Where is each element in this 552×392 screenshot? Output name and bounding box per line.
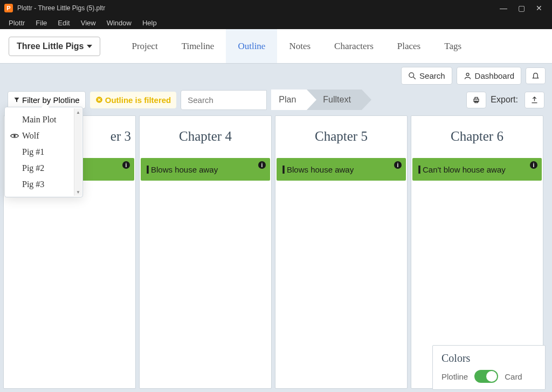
info-icon[interactable]: i <box>122 161 130 169</box>
menu-help[interactable]: Help <box>137 19 162 27</box>
export-label: Export: <box>491 95 518 105</box>
drag-handle-icon[interactable]: || <box>418 164 419 174</box>
svg-rect-5 <box>475 97 478 99</box>
view-plan[interactable]: Plan <box>271 90 307 110</box>
info-icon[interactable]: i <box>258 161 266 169</box>
maximize-button[interactable]: ▢ <box>518 4 525 12</box>
menu-view[interactable]: View <box>75 19 101 27</box>
search-button[interactable]: Search <box>401 67 452 85</box>
filter-popover: Main Plot Wolf Pig #1 Pig #2 Pig #3 ▲ ▼ <box>4 107 83 197</box>
scroll-up-icon[interactable]: ▲ <box>74 108 82 116</box>
filter-option-pig1[interactable]: Pig #1 <box>5 144 82 160</box>
tab-project[interactable]: Project <box>120 29 169 63</box>
tab-places[interactable]: Places <box>385 29 432 63</box>
filter-option-main-plot[interactable]: Main Plot <box>5 112 82 128</box>
tab-characters[interactable]: Characters <box>322 29 385 63</box>
topbar: Three Little Pigs Project Timeline Outli… <box>0 29 552 64</box>
drag-handle-icon[interactable]: || <box>282 164 284 174</box>
tab-outline[interactable]: Outline <box>226 29 277 63</box>
user-icon <box>464 72 472 80</box>
print-icon <box>472 96 480 104</box>
chapter-heading: Chapter 5 <box>275 116 407 157</box>
tab-tags[interactable]: Tags <box>432 29 473 63</box>
toggle-left-label: Plotline <box>441 372 468 381</box>
filter-option-label: Wolf <box>22 131 39 141</box>
info-icon[interactable]: i <box>394 161 402 169</box>
notifications-button[interactable] <box>526 67 546 84</box>
caret-down-icon <box>87 45 92 48</box>
toggle-right-label: Card <box>505 372 522 381</box>
svg-point-7 <box>13 135 16 137</box>
upload-icon <box>530 96 539 104</box>
chapter-column: Chapter 5 || Blows house away i <box>275 115 408 389</box>
tab-notes[interactable]: Notes <box>277 29 322 63</box>
chapter-heading: Chapter 4 <box>140 116 271 157</box>
svg-point-0 <box>409 72 414 77</box>
header-actions: Search Dashboard <box>0 64 552 87</box>
chapter-column: Chapter 4 || Blows house away i <box>139 115 272 389</box>
book-selector[interactable]: Three Little Pigs <box>9 37 100 56</box>
filter-option-wolf[interactable]: Wolf <box>5 128 82 144</box>
menu-window[interactable]: Window <box>101 19 137 27</box>
menubar: Plottr File Edit View Window Help <box>0 16 552 29</box>
svg-point-2 <box>466 73 469 75</box>
window-titlebar: P Plottr - Three Little Pigs (5).pltr — … <box>0 0 552 16</box>
book-selector-label: Three Little Pigs <box>17 42 84 51</box>
colors-toggle[interactable] <box>474 370 498 383</box>
export-button[interactable] <box>525 92 544 108</box>
scene-card[interactable]: || Blows house away i <box>277 158 406 181</box>
drag-handle-icon[interactable]: || <box>146 164 148 174</box>
scene-card[interactable]: || Blows house away i <box>141 158 270 181</box>
nav-tabs: Project Timeline Outline Notes Character… <box>120 29 473 63</box>
menu-file[interactable]: File <box>30 19 52 27</box>
popover-scrollbar[interactable]: ▲ ▼ <box>74 108 82 196</box>
tab-timeline[interactable]: Timeline <box>170 29 226 63</box>
print-button[interactable] <box>466 92 486 108</box>
scene-card-title: Blows house away <box>287 165 354 174</box>
menu-edit[interactable]: Edit <box>52 19 75 27</box>
scene-card-title: Can't blow house away <box>423 165 506 174</box>
search-button-label: Search <box>419 71 445 80</box>
colors-panel: Colors Plotline Card <box>432 345 546 390</box>
info-icon[interactable]: i <box>530 161 537 169</box>
bell-icon <box>532 72 540 80</box>
search-icon <box>408 72 416 80</box>
scroll-down-icon[interactable]: ▼ <box>74 188 82 196</box>
colors-heading: Colors <box>441 352 536 365</box>
scene-card-title: Blows house away <box>151 165 218 174</box>
view-toggle: Plan Fulltext <box>271 90 362 110</box>
filter-icon <box>13 97 20 103</box>
eye-icon <box>10 133 19 139</box>
filtered-indicator: Outline is filtered <box>90 92 177 108</box>
close-circle-icon[interactable] <box>95 96 103 104</box>
dashboard-button-label: Dashboard <box>475 71 514 80</box>
chapter-heading: Chapter 6 <box>411 116 543 157</box>
dashboard-button[interactable]: Dashboard <box>457 67 521 85</box>
filtered-indicator-label: Outline is filtered <box>105 95 171 105</box>
window-title: Plottr - Three Little Pigs (5).pltr <box>17 4 490 12</box>
search-input[interactable] <box>181 90 267 110</box>
filter-option-pig2[interactable]: Pig #2 <box>5 160 82 176</box>
svg-line-1 <box>413 77 415 79</box>
app-icon: P <box>4 4 13 12</box>
minimize-button[interactable]: — <box>500 4 507 12</box>
filter-option-pig3[interactable]: Pig #3 <box>5 176 82 192</box>
filter-button-label: Filter by Plotline <box>22 95 80 105</box>
scene-card[interactable]: || Can't blow house away i <box>412 158 542 181</box>
close-button[interactable]: ✕ <box>536 4 542 12</box>
menu-plottr[interactable]: Plottr <box>3 19 30 27</box>
